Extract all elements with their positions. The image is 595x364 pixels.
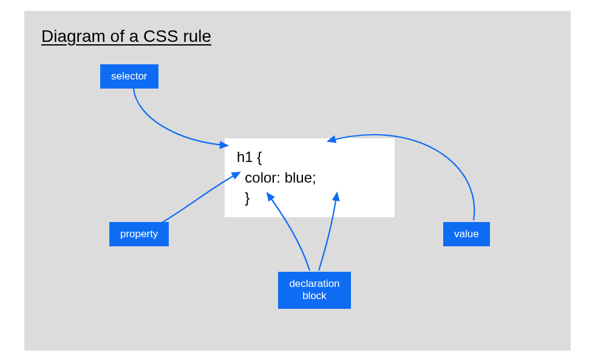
label-selector: selector	[100, 64, 158, 89]
code-line-2: color: blue;	[237, 167, 382, 188]
code-line-3: }	[237, 187, 382, 208]
label-value: value	[443, 222, 490, 246]
label-property: property	[109, 222, 169, 246]
diagram-title: Diagram of a CSS rule	[41, 27, 211, 46]
label-declaration-block: declarationblock	[278, 272, 351, 309]
diagram-panel: Diagram of a CSS rule h1 { color: blue; …	[24, 11, 571, 351]
css-code-box: h1 { color: blue; }	[225, 138, 395, 217]
code-line-1: h1 {	[237, 147, 382, 167]
